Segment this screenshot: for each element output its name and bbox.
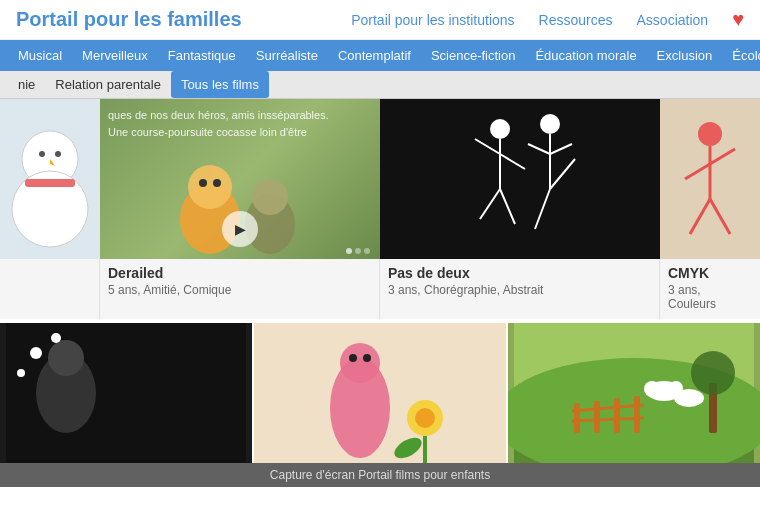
svg-point-34 (51, 333, 61, 343)
subnav-tous-les-films[interactable]: Tous les films (171, 71, 269, 98)
card-green[interactable] (508, 323, 760, 463)
svg-point-8 (199, 179, 207, 187)
subnav-amitie[interactable]: nie (8, 71, 45, 98)
svg-point-11 (252, 179, 288, 215)
top-nav: Portail pour les familles Portail pour l… (0, 0, 760, 40)
pas-de-deux-info[interactable]: Pas de deux 3 ans, Chorégraphie, Abstrai… (380, 259, 660, 319)
derailed-title: Derailed (108, 265, 371, 281)
svg-rect-50 (614, 398, 620, 433)
cat-ecologie[interactable]: Écologie (722, 40, 760, 71)
cmyk-thumb[interactable] (660, 99, 760, 259)
cat-science-fiction[interactable]: Science-fiction (421, 40, 526, 71)
svg-point-59 (691, 351, 735, 395)
svg-line-29 (710, 199, 730, 234)
svg-line-14 (475, 139, 500, 154)
category-nav: Musical Merveilleux Fantastique Surréali… (0, 40, 760, 71)
svg-point-42 (415, 408, 435, 428)
svg-rect-51 (634, 396, 640, 433)
svg-point-18 (540, 114, 560, 134)
cmyk-meta: 3 ans, Couleurs (668, 283, 752, 311)
row1-info: Derailed 5 ans, Amitié, Comique Pas de d… (0, 259, 760, 319)
sub-nav: nie Relation parentale Tous les films (0, 71, 760, 99)
caption-bar: Capture d'écran Portail films pour enfan… (0, 463, 760, 487)
svg-point-40 (363, 354, 371, 362)
svg-rect-5 (25, 179, 75, 187)
svg-point-33 (30, 347, 42, 359)
svg-line-27 (710, 149, 735, 164)
progress-dots (346, 248, 370, 254)
svg-point-3 (55, 151, 61, 157)
svg-line-22 (535, 189, 550, 229)
derailed-meta: 5 ans, Amitié, Comique (108, 283, 371, 297)
nav-ressources[interactable]: Ressources (539, 12, 613, 28)
svg-point-9 (213, 179, 221, 187)
cat-musical[interactable]: Musical (8, 40, 72, 71)
svg-point-35 (17, 369, 25, 377)
svg-point-39 (349, 354, 357, 362)
card-pink[interactable] (254, 323, 506, 463)
nav-institutions[interactable]: Portail pour les institutions (351, 12, 514, 28)
derailed-info[interactable]: Derailed 5 ans, Amitié, Comique (100, 259, 380, 319)
heart-icon[interactable]: ♥ (732, 8, 744, 31)
card-bw[interactable] (0, 323, 252, 463)
svg-point-32 (48, 340, 84, 376)
svg-line-23 (550, 159, 575, 189)
svg-line-17 (500, 189, 515, 224)
svg-rect-48 (574, 403, 580, 433)
svg-point-57 (674, 389, 704, 407)
svg-line-28 (690, 199, 710, 234)
partial-left-info (0, 259, 100, 319)
subnav-relation-parentale[interactable]: Relation parentale (45, 71, 171, 98)
nav-association[interactable]: Association (637, 12, 709, 28)
top-nav-links: Portail pour les institutions Ressources… (262, 8, 744, 31)
cat-education-morale[interactable]: Éducation morale (525, 40, 646, 71)
pas-de-deux-meta: 3 ans, Chorégraphie, Abstrait (388, 283, 651, 297)
svg-point-55 (644, 381, 660, 397)
svg-point-38 (340, 343, 380, 383)
svg-line-20 (528, 144, 550, 154)
svg-line-16 (480, 189, 500, 219)
pas-de-deux-thumb[interactable] (380, 99, 660, 259)
svg-line-26 (685, 164, 710, 179)
svg-point-12 (490, 119, 510, 139)
svg-point-7 (188, 165, 232, 209)
svg-rect-49 (594, 401, 600, 433)
svg-line-15 (500, 154, 525, 169)
content-area: ques de nos deux héros, amis insséparabl… (0, 99, 760, 463)
play-button[interactable]: ▶ (222, 211, 258, 247)
cat-contemplatif[interactable]: Contemplatif (328, 40, 421, 71)
row1-thumbnails: ques de nos deux héros, amis insséparabl… (0, 99, 760, 259)
site-title[interactable]: Portail pour les familles (16, 8, 242, 31)
cat-exclusion[interactable]: Exclusion (647, 40, 723, 71)
cat-merveilleux[interactable]: Merveilleux (72, 40, 158, 71)
cmyk-title: CMYK (668, 265, 752, 281)
svg-point-24 (698, 122, 722, 146)
svg-line-21 (550, 144, 572, 154)
cat-surrealiste[interactable]: Surréaliste (246, 40, 328, 71)
svg-point-2 (39, 151, 45, 157)
cat-fantastique[interactable]: Fantastique (158, 40, 246, 71)
caption-text: Capture d'écran Portail films pour enfan… (270, 468, 490, 482)
cmyk-info[interactable]: CMYK 3 ans, Couleurs (660, 259, 760, 319)
pas-de-deux-title: Pas de deux (388, 265, 651, 281)
partial-left-thumb (0, 99, 100, 259)
row2-thumbnails (0, 323, 760, 463)
derailed-thumb[interactable]: ques de nos deux héros, amis insséparabl… (100, 99, 380, 259)
